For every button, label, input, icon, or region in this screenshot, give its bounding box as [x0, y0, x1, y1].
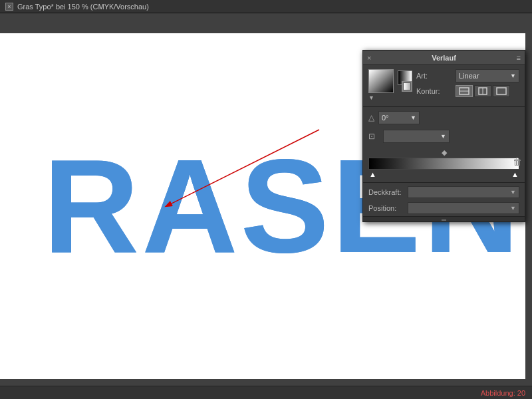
angle-icon: △: [368, 113, 374, 122]
title-bar: × Gras Typo* bei 150 % (CMYK/Vorschau): [0, 0, 532, 13]
position-value: [411, 204, 413, 212]
kontur-btn-3[interactable]: [493, 85, 510, 97]
deckkraft-label: Deckkraft:: [368, 188, 405, 196]
delete-gradient-btn[interactable]: 🗑: [513, 156, 522, 167]
kontur-label: Kontur:: [416, 87, 453, 95]
status-bar: Abbildung: 20: [0, 386, 532, 399]
panel-resize-handle[interactable]: ▬: [442, 217, 446, 221]
gradient-midpoint-marker[interactable]: ◆: [442, 148, 447, 157]
aspect-row: ⊡ ▼: [363, 127, 525, 146]
status-text: Abbildung: 20: [481, 389, 525, 397]
angle-arrow: ▼: [410, 114, 416, 121]
window-title: Gras Typo* bei 150 % (CMYK/Vorschau): [17, 3, 149, 11]
gradient-stop-left[interactable]: ▲: [369, 170, 376, 178]
canvas-area: RASEN × Verlauf ≡ ▼: [0, 13, 532, 399]
art-dropdown-arrow: ▼: [510, 72, 516, 79]
gradient-bar-container: ◆ 🗑 ▲ ▲: [363, 146, 525, 181]
panel-title-bar: × Verlauf ≡: [363, 51, 525, 65]
deckkraft-dropdown[interactable]: ▼: [408, 186, 519, 198]
gradient-preview-swatch[interactable]: [368, 69, 394, 93]
gradient-bar[interactable]: [368, 158, 519, 170]
swatch-dropdown-arrow[interactable]: ▼: [368, 94, 394, 101]
kontur-btn-2[interactable]: [474, 85, 491, 97]
angle-row: △ 0° ▼: [363, 108, 525, 127]
art-value: Linear: [459, 72, 479, 80]
deckkraft-value: [411, 188, 413, 196]
kontur-row: Kontur:: [416, 85, 519, 97]
panel-close-btn[interactable]: ×: [367, 54, 371, 62]
close-btn[interactable]: ×: [5, 3, 13, 11]
deckkraft-row: Deckkraft: ▼: [363, 184, 525, 200]
angle-value: 0°: [382, 114, 389, 122]
kontur-btn-1[interactable]: [456, 85, 473, 97]
art-label: Art:: [416, 72, 453, 80]
stroke-swatch[interactable]: [402, 81, 412, 92]
aspect-icon: ⊡: [368, 132, 375, 141]
position-label: Position:: [368, 204, 405, 212]
gradient-stop-right[interactable]: ▲: [511, 170, 519, 178]
art-dropdown[interactable]: Linear ▼: [456, 69, 519, 82]
position-arrow: ▼: [510, 205, 516, 211]
gradient-panel: × Verlauf ≡ ▼: [362, 50, 525, 222]
angle-dropdown[interactable]: 0° ▼: [378, 111, 420, 124]
position-dropdown[interactable]: ▼: [408, 202, 519, 214]
position-row: Position: ▼: [363, 200, 525, 216]
panel-title: Verlauf: [432, 54, 456, 62]
panel-menu-btn[interactable]: ≡: [517, 54, 521, 62]
deckkraft-arrow: ▼: [510, 189, 516, 196]
svg-rect-6: [497, 88, 506, 94]
aspect-dropdown[interactable]: ▼: [383, 130, 450, 143]
